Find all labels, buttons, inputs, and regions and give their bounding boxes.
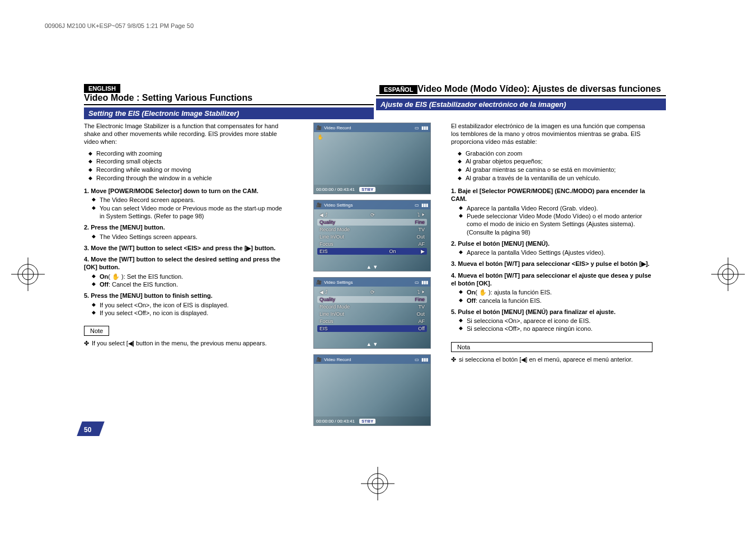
registration-mark-icon	[11, 257, 45, 291]
step-num: 4.	[84, 256, 89, 263]
right-intro: El estabilizador electrónico de la image…	[451, 123, 652, 146]
nav-row: ◀ ⤴⟳⤵ ▶	[317, 212, 427, 218]
menu-row-record-mode: Record ModeTV	[317, 303, 427, 310]
step-num: 1.	[84, 188, 89, 194]
right-steps: 1. Baje el [Selector POWER/MODE] (ENC./M…	[451, 187, 652, 336]
nav-arrows-icon: ▲ ▼	[367, 264, 378, 270]
step-num: 5.	[84, 292, 89, 299]
battery-icon: ▮▮▮	[421, 125, 428, 130]
screenshot-3: 3 🎥 Video Settings ▭ ▮▮▮ ◀ ⤴⟳⤵ ▶ Quality…	[313, 200, 431, 271]
timestamp-text: 00:00:00 / 00:43:41	[316, 419, 355, 424]
sub-bullet: The Video Settings screen appears.	[100, 233, 285, 241]
right-title: Video Mode (Modo Vídeo): Ajustes de dive…	[417, 84, 666, 94]
screen-title: Video Record	[324, 357, 351, 362]
sub-bullet: Off: cancela la función EIS.	[467, 297, 652, 305]
camcorder-icon: 🎥	[316, 125, 322, 130]
right-intro-bullets: Grabación con zoom Al grabar objetos peq…	[453, 149, 652, 182]
menu-row-quality: QualityFine	[317, 219, 427, 226]
menu-row-line: Line In/OutOut	[317, 311, 427, 317]
left-steps: 1. Move [POWER/MODE Selector] down to tu…	[84, 187, 285, 317]
bullet: Grabación con zoom	[466, 149, 652, 158]
content-area: ENGLISH Video Mode : Setting Various Fun…	[84, 84, 666, 432]
screen-title: Video Record	[324, 125, 351, 130]
screenshot-4: 4 🎥 Video Settings ▭ ▮▮▮ ◀ ⤴⟳⤵ ▶ Quality…	[313, 277, 431, 349]
menu-row-quality: QualityFine	[317, 296, 427, 303]
stby-tag: STBY	[359, 419, 375, 424]
camcorder-icon: 🎥	[316, 203, 322, 208]
sub-bullet: Off: Cancel the EIS function.	[100, 280, 285, 288]
left-section-bar: Setting the EIS (Electronic Image Stabil…	[84, 107, 374, 119]
bullet: Al grabar a través de la ventanilla de u…	[466, 174, 652, 182]
note-text: si selecciona el botón [◀] en el menú, a…	[451, 355, 652, 363]
menu-row-line: Line In/OutOut	[317, 233, 427, 240]
battery-icon: ▮▮▮	[421, 357, 428, 362]
page-number: 50	[84, 426, 91, 434]
menu-row-record-mode: Record ModeTV	[317, 226, 427, 233]
step-title: Press the [MENU] button.	[91, 224, 165, 231]
step-title: Press the [MENU] button to finish settin…	[91, 292, 213, 299]
screenshot-5: 5 🎥 Video Record ▭ ▮▮▮ 00:00:00 / 00:43:…	[313, 354, 431, 426]
note-label-box: Note	[84, 326, 109, 336]
screenshot-1: 1 🎥 Video Record ▭ ▮▮▮ ✋ 00:00:00 / 00:4…	[313, 123, 431, 194]
card-icon: ▭	[415, 280, 419, 285]
print-header: 00906J M2100 UK+ESP~057 9/8/05 1:21 PM P…	[45, 22, 194, 29]
sub-bullet: On( ✋ ): ajusta la función EIS.	[467, 288, 652, 296]
timestamp-text: 00:00:00 / 00:43:41	[316, 187, 355, 192]
step-num: 1.	[451, 188, 456, 194]
hand-eis-icon: ✋	[317, 134, 323, 140]
sub-bullet: Aparece la pantalla Video Record (Grab. …	[467, 204, 652, 212]
camcorder-icon: 🎥	[316, 280, 322, 285]
screen-title: Video Settings	[324, 280, 353, 285]
sub-bullet: If you select <On>, the icon of EIS is d…	[100, 301, 285, 309]
bullet: Recording through the window in a vehicl…	[96, 174, 285, 182]
sub-bullet: You can select Video mode or Previous mo…	[100, 204, 285, 221]
card-icon: ▭	[415, 125, 419, 130]
step-title: Mueva el botón [W/T] para seleccionar <E…	[458, 260, 649, 267]
sub-bullet: Aparece la pantalla Video Settings (Ajus…	[467, 249, 652, 256]
screenshot-column: 1 🎥 Video Record ▭ ▮▮▮ ✋ 00:00:00 / 00:4…	[290, 123, 447, 432]
step-title: Pulse el botón [MENU] (MENÚ).	[458, 240, 550, 247]
right-body: El estabilizador electrónico de la image…	[451, 123, 652, 432]
manual-page: 00906J M2100 UK+ESP~057 9/8/05 1:21 PM P…	[0, 0, 756, 534]
menu-row-eis-selected: EISOn ▶	[317, 248, 427, 255]
chevron-right-icon: ▶	[421, 249, 425, 254]
step-title: Baje el [Selector POWER/MODE] (ENC./MODO…	[451, 188, 645, 202]
note-label-box: Nota	[451, 342, 652, 352]
left-title: Video Mode : Setting Various Functions	[84, 93, 252, 103]
battery-icon: ▮▮▮	[421, 203, 428, 208]
step-title: Mueva el botón [W/T] para seleccionar el…	[451, 272, 651, 287]
registration-mark-icon	[711, 257, 745, 291]
camcorder-icon: 🎥	[316, 357, 322, 362]
right-section-bar: Ajuste de EIS (Estabilizador electrónico…	[376, 99, 666, 110]
card-icon: ▭	[415, 357, 419, 362]
right-title-row: ESPAÑOL Video Mode (Modo Vídeo): Ajustes…	[376, 84, 666, 96]
step-num: 3.	[84, 245, 89, 251]
left-intro-bullets: Recording with zooming Recording small o…	[84, 149, 285, 182]
step-title: Move the [W/T] button to select <EIS> an…	[91, 245, 275, 251]
step-title: Move the [W/T] button to select the desi…	[84, 256, 280, 270]
bullet: Al grabar mientras se camina o se está e…	[466, 166, 652, 174]
lang-tag-spanish: ESPAÑOL	[379, 85, 417, 94]
step-num: 2.	[84, 224, 89, 231]
sub-bullet: Si selecciona <Off>, no aparece ningún i…	[467, 325, 652, 332]
left-intro: The Electronic Image Stabilizer is a fun…	[84, 123, 285, 146]
step-title: Move [POWER/MODE Selector] down to turn …	[91, 188, 258, 194]
nav-row: ◀ ⤴⟳⤵ ▶	[317, 289, 427, 296]
registration-mark-icon	[361, 467, 395, 500]
step-title: Pulse el botón [MENU] (MENÚ) para finali…	[458, 308, 616, 315]
lang-tag-english: ENGLISH	[84, 84, 120, 93]
menu-row-eis-selected: EISOff	[317, 325, 427, 332]
bullet: Recording with zooming	[96, 149, 285, 158]
sub-bullet: On( ✋ ): Set the EIS function.	[100, 273, 285, 280]
sub-bullet: Puede seleccionar Video Mode (Modo Vídeo…	[467, 212, 652, 236]
menu-row-focus: FocusAF	[317, 241, 427, 247]
step-num: 4.	[451, 272, 456, 279]
battery-icon: ▮▮▮	[421, 280, 428, 285]
screen-title: Video Settings	[324, 203, 353, 208]
left-body: The Electronic Image Stabilizer is a fun…	[84, 123, 285, 432]
bullet: Recording while walking or moving	[96, 166, 285, 174]
left-title-row: ENGLISH Video Mode : Setting Various Fun…	[84, 84, 374, 105]
card-icon: ▭	[415, 203, 419, 208]
bullet: Al grabar objetos pequeños;	[466, 157, 652, 166]
note-text: If you select [◀] button in the menu, th…	[84, 339, 285, 347]
